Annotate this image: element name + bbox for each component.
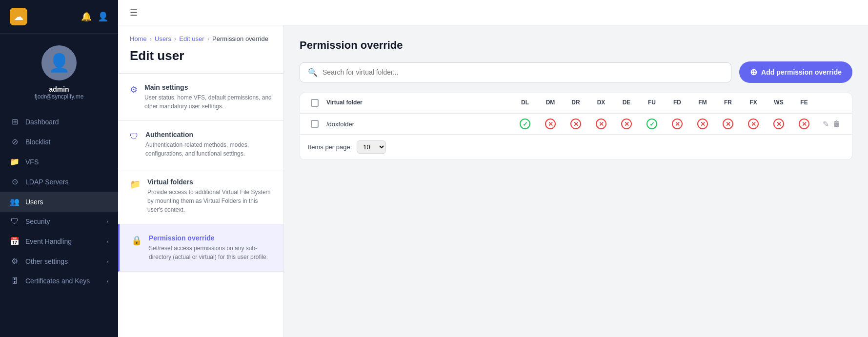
section-description: Set/reset access permissions on any sub-… (149, 244, 272, 261)
sidebar-username: admin (49, 85, 69, 93)
sidebar-item-certificates[interactable]: 🎛 Certificates and Keys › (0, 271, 118, 291)
section-description: Provide access to additional Virtual Fil… (147, 188, 272, 214)
sidebar-item-label: VFS (25, 158, 108, 166)
row-actions: ✎ 🗑 (823, 119, 841, 129)
sidebar: ☁ 🔔 👤 👤 admin fjodr@syncplify.me ⊞ Dashb… (0, 0, 118, 337)
breadcrumb-sep: › (174, 35, 176, 42)
perm-dm-x-icon: ✕ (545, 119, 556, 129)
th-dr: DR (563, 93, 588, 113)
sidebar-item-event-handling[interactable]: 📅 Event Handling › (0, 231, 118, 251)
breadcrumb-home[interactable]: Home (130, 35, 147, 42)
section-title: Permission override (149, 234, 272, 242)
search-input[interactable] (323, 68, 723, 76)
perm-ws-cell: ✕ (766, 114, 791, 134)
sidebar-item-blocklist[interactable]: ⊘ Blocklist (0, 132, 118, 152)
vfs-icon: 📁 (10, 157, 20, 166)
sidebar-item-label: Blocklist (25, 138, 108, 146)
section-title: Main settings (144, 83, 272, 91)
items-per-page-select[interactable]: 10 25 50 100 (357, 140, 386, 154)
sidebar-item-vfs[interactable]: 📁 VFS (0, 152, 118, 172)
sidebar-email: fjodr@syncplify.me (35, 93, 84, 100)
chevron-right-icon: › (106, 258, 108, 264)
perm-de-cell: ✕ (614, 114, 639, 134)
th-fe: FE (791, 93, 817, 113)
ldap-icon: ⊙ (10, 177, 20, 186)
th-fd: FD (665, 93, 690, 113)
th-actions (817, 93, 846, 113)
breadcrumb-sep: › (150, 35, 152, 42)
table-header: Virtual folder DL DM DR DX DE FU FD FM F… (300, 93, 852, 114)
folder-name-cell: /doxfolder (323, 116, 512, 133)
th-de: DE (614, 93, 639, 113)
search-icon: 🔍 (308, 68, 318, 77)
select-all-checkbox[interactable] (311, 99, 319, 107)
user-account-icon[interactable]: 👤 (98, 11, 108, 22)
perm-fm-x-icon: ✕ (697, 119, 708, 129)
chevron-right-icon: › (106, 278, 108, 284)
left-panel: Home › Users › Edit user › Permission ov… (118, 25, 284, 337)
toolbar-row: 🔍 ⊕ Add permission override (300, 61, 852, 83)
lock-icon: 🔒 (131, 235, 142, 261)
sidebar-item-label: Security (25, 218, 101, 225)
sidebar-item-label: Other settings (25, 258, 101, 265)
th-fu: FU (639, 93, 665, 113)
th-fx: FX (741, 93, 766, 113)
sidebar-item-users[interactable]: 👥 Users (0, 192, 118, 212)
avatar: 👤 (41, 45, 77, 80)
perm-dl-check-icon: ✓ (520, 119, 530, 129)
sidebar-item-other-settings[interactable]: ⚙ Other settings › (0, 251, 118, 271)
security-icon: 🛡 (10, 217, 20, 226)
delete-row-button[interactable]: 🗑 (833, 119, 841, 128)
row-checkbox[interactable] (311, 120, 319, 128)
edit-row-button[interactable]: ✎ (823, 119, 829, 129)
section-description: User status, home VFS, default permissio… (144, 93, 272, 111)
perm-ws-x-icon: ✕ (773, 119, 784, 129)
section-main-settings[interactable]: ⚙ Main settings User status, home VFS, d… (118, 74, 283, 121)
th-dm: DM (538, 93, 563, 113)
perm-fr-x-icon: ✕ (723, 119, 733, 129)
sidebar-item-ldap[interactable]: ⊙ LDAP Servers (0, 172, 118, 192)
add-permission-override-button[interactable]: ⊕ Add permission override (739, 61, 852, 83)
sidebar-logo-section: ☁ 🔔 👤 (0, 0, 118, 34)
row-actions-cell: ✎ 🗑 (817, 115, 846, 134)
sidebar-item-label: Users (25, 198, 108, 206)
perm-fe-x-icon: ✕ (799, 119, 809, 129)
perm-dl-cell: ✓ (512, 114, 538, 134)
perm-dm-cell: ✕ (538, 114, 563, 134)
th-dx: DX (588, 93, 614, 113)
sidebar-item-security[interactable]: 🛡 Security › (0, 212, 118, 231)
breadcrumb-users[interactable]: Users (155, 35, 171, 42)
perm-dx-cell: ✕ (588, 114, 614, 134)
perm-dr-cell: ✕ (563, 114, 588, 134)
perm-fr-cell: ✕ (715, 114, 741, 134)
items-per-page-label: Items per page: (308, 143, 352, 151)
section-authentication[interactable]: 🛡 Authentication Authentication-related … (118, 121, 283, 168)
section-virtual-folders[interactable]: 📁 Virtual folders Provide access to addi… (118, 168, 283, 224)
logo-icon: ☁ (10, 8, 27, 25)
perm-fd-cell: ✕ (665, 114, 690, 134)
th-virtual-folder: Virtual folder (323, 93, 512, 113)
breadcrumb-sep: › (207, 35, 209, 42)
perm-fu-cell: ✓ (639, 114, 665, 134)
users-icon: 👥 (10, 197, 20, 206)
breadcrumb: Home › Users › Edit user › Permission ov… (118, 25, 283, 46)
sidebar-item-dashboard[interactable]: ⊞ Dashboard (0, 112, 118, 132)
authentication-icon: 🛡 (130, 132, 139, 158)
hamburger-icon[interactable]: ☰ (130, 7, 138, 18)
top-bar: ☰ (118, 0, 868, 25)
section-description: Authentication-related methods, modes, c… (145, 140, 272, 158)
section-permission-override[interactable]: 🔒 Permission override Set/reset access p… (118, 224, 283, 272)
breadcrumb-edit-user[interactable]: Edit user (179, 35, 204, 42)
chevron-right-icon: › (106, 218, 108, 224)
table-row: /doxfolder ✓ ✕ ✕ ✕ ✕ (300, 114, 852, 135)
perm-fu-check-icon: ✓ (646, 119, 657, 129)
th-ws: WS (766, 93, 791, 113)
settings-sections: ⚙ Main settings User status, home VFS, d… (118, 73, 283, 272)
sidebar-nav: ⊞ Dashboard ⊘ Blocklist 📁 VFS ⊙ LDAP Ser… (0, 108, 118, 337)
section-title: Virtual folders (147, 178, 272, 186)
sidebar-item-label: Certificates and Keys (25, 277, 101, 285)
main-area: ☰ Home › Users › Edit user › Permission … (118, 0, 868, 337)
breadcrumb-current: Permission override (212, 35, 268, 42)
bell-icon[interactable]: 🔔 (81, 11, 92, 22)
sidebar-avatar-section: 👤 admin fjodr@syncplify.me (0, 34, 118, 108)
